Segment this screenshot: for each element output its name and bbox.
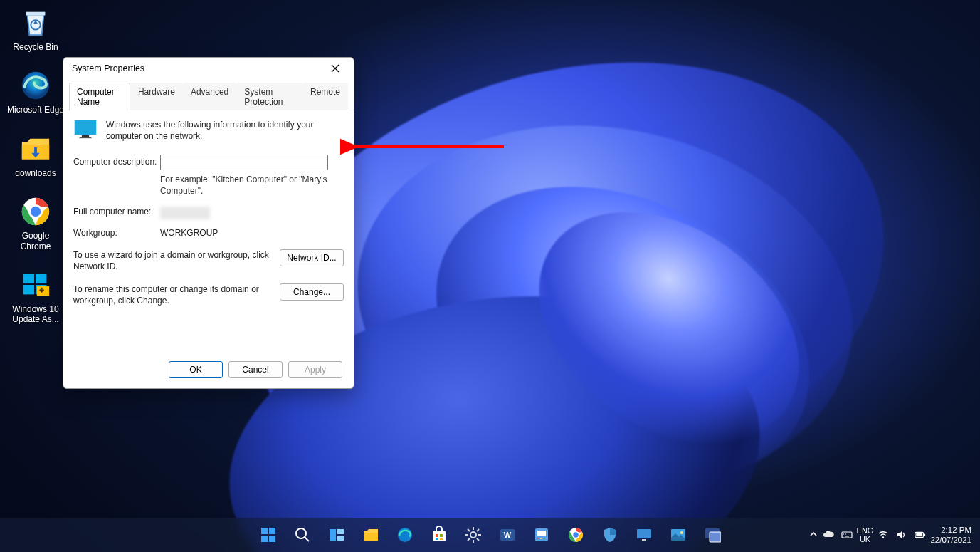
- svg-rect-49: [642, 539, 646, 541]
- svg-rect-26: [440, 534, 443, 537]
- change-description: To rename this computer or change its do…: [73, 283, 280, 306]
- wifi-icon[interactable]: [878, 529, 889, 541]
- svg-rect-50: [641, 541, 648, 541]
- svg-rect-11: [82, 135, 89, 137]
- edge-taskbar-button[interactable]: [391, 521, 419, 549]
- svg-rect-16: [261, 536, 268, 542]
- desktop-icons: Recycle Bin Microsoft Edge downloads Goo…: [4, 4, 68, 328]
- store-button[interactable]: [425, 521, 453, 549]
- svg-rect-14: [261, 528, 268, 534]
- chrome-icon: [567, 526, 584, 543]
- ok-button[interactable]: OK: [169, 361, 223, 378]
- monitor-icon: [73, 119, 98, 139]
- desktop-icon-recycle-bin[interactable]: Recycle Bin: [4, 4, 68, 55]
- system-tray-2: [878, 529, 926, 541]
- task-view-button[interactable]: [322, 521, 351, 549]
- cancel-button[interactable]: Cancel: [228, 361, 283, 378]
- dialog-tabs: Computer Name Hardware Advanced System P…: [63, 80, 354, 110]
- svg-rect-43: [540, 538, 542, 539]
- svg-rect-5: [23, 274, 34, 283]
- svg-rect-10: [75, 120, 97, 134]
- svg-rect-25: [436, 534, 438, 537]
- network-id-button[interactable]: Network ID...: [280, 249, 344, 266]
- dialog-panel: Windows uses the following information t…: [63, 110, 354, 354]
- taskbar-center: W: [254, 521, 727, 549]
- taskbar: W ENG UK: [0, 518, 980, 552]
- svg-rect-27: [436, 538, 438, 540]
- photos-button[interactable]: [664, 521, 692, 549]
- svg-rect-7: [23, 285, 34, 294]
- computer-description-hint: For example: "Kitchen Computer" or "Mary…: [160, 175, 328, 197]
- computer-description-input[interactable]: [160, 155, 328, 170]
- computer-description-label: Computer description:: [73, 155, 160, 167]
- paint-icon: [533, 526, 550, 543]
- clock-date: 22/07/2021: [930, 535, 971, 545]
- svg-rect-54: [710, 532, 721, 542]
- tab-system-protection[interactable]: System Protection: [236, 83, 302, 110]
- desktop-icon-win10-update[interactable]: Windows 10 Update As...: [4, 266, 68, 328]
- system-tray: [823, 529, 853, 541]
- battery-icon[interactable]: [915, 529, 926, 541]
- svg-point-29: [470, 532, 476, 538]
- keyboard-icon[interactable]: [841, 529, 853, 541]
- close-button[interactable]: [321, 59, 349, 78]
- volume-icon[interactable]: [896, 529, 907, 541]
- desktop-icon-chrome[interactable]: Google Chrome: [4, 192, 68, 254]
- svg-point-52: [680, 531, 683, 534]
- settings-button[interactable]: [459, 521, 488, 549]
- folder-icon: [362, 526, 379, 543]
- remote-desktop-button[interactable]: [630, 521, 658, 549]
- desktop-icon-label: Microsoft Edge: [7, 105, 64, 115]
- search-button[interactable]: [288, 521, 317, 549]
- svg-rect-42: [537, 538, 539, 539]
- tab-computer-name[interactable]: Computer Name: [69, 83, 130, 110]
- edge-icon: [19, 69, 52, 102]
- security-button[interactable]: [596, 521, 624, 549]
- apply-button[interactable]: Apply: [288, 361, 342, 378]
- steps-recorder-button[interactable]: [698, 521, 727, 549]
- paint-button[interactable]: [527, 521, 556, 549]
- svg-line-34: [468, 529, 470, 531]
- desktop-icon-edge[interactable]: Microsoft Edge: [4, 66, 68, 118]
- desktop-icon-downloads[interactable]: downloads: [4, 130, 68, 181]
- clock-time: 2:12 PM: [930, 525, 971, 535]
- svg-rect-24: [433, 531, 446, 541]
- language-indicator[interactable]: ENG UK: [857, 526, 874, 543]
- svg-line-36: [477, 529, 479, 531]
- svg-rect-21: [337, 529, 344, 534]
- clock[interactable]: 2:12 PM 22/07/2021: [930, 525, 976, 546]
- svg-rect-22: [337, 536, 344, 541]
- chevron-up-icon: [808, 529, 818, 539]
- workgroup-value: WORKGROUP: [160, 226, 344, 238]
- dialog-titlebar[interactable]: System Properties: [63, 58, 354, 79]
- file-explorer-button[interactable]: [357, 521, 385, 549]
- svg-line-35: [477, 538, 479, 541]
- full-computer-name-label: Full computer name:: [73, 204, 160, 217]
- word-button[interactable]: W: [493, 521, 522, 549]
- svg-line-19: [305, 537, 309, 541]
- tab-hardware[interactable]: Hardware: [130, 83, 183, 110]
- start-button[interactable]: [254, 521, 283, 549]
- svg-rect-17: [269, 536, 275, 542]
- folder-downloads-icon: [19, 132, 52, 165]
- workgroup-label: Workgroup:: [73, 226, 160, 238]
- chrome-taskbar-button[interactable]: [562, 521, 590, 549]
- tab-remote[interactable]: Remote: [302, 83, 348, 110]
- svg-text:W: W: [503, 531, 511, 539]
- svg-rect-20: [330, 529, 336, 541]
- store-icon: [431, 526, 448, 543]
- windows-update-icon: [19, 269, 52, 301]
- tab-advanced[interactable]: Advanced: [183, 83, 236, 110]
- system-properties-dialog: System Properties Computer Name Hardware…: [63, 57, 354, 389]
- network-id-description: To use a wizard to join a domain or work…: [73, 249, 280, 272]
- onedrive-icon[interactable]: [823, 529, 834, 541]
- change-button[interactable]: Change...: [280, 283, 344, 301]
- svg-rect-15: [269, 528, 275, 534]
- monitor-icon: [636, 526, 653, 543]
- recycle-bin-icon: [19, 6, 52, 39]
- svg-rect-63: [924, 534, 926, 536]
- steps-recorder-icon: [704, 526, 721, 543]
- tray-overflow-button[interactable]: [808, 529, 818, 541]
- search-icon: [294, 526, 311, 543]
- language-code: ENG: [857, 526, 874, 535]
